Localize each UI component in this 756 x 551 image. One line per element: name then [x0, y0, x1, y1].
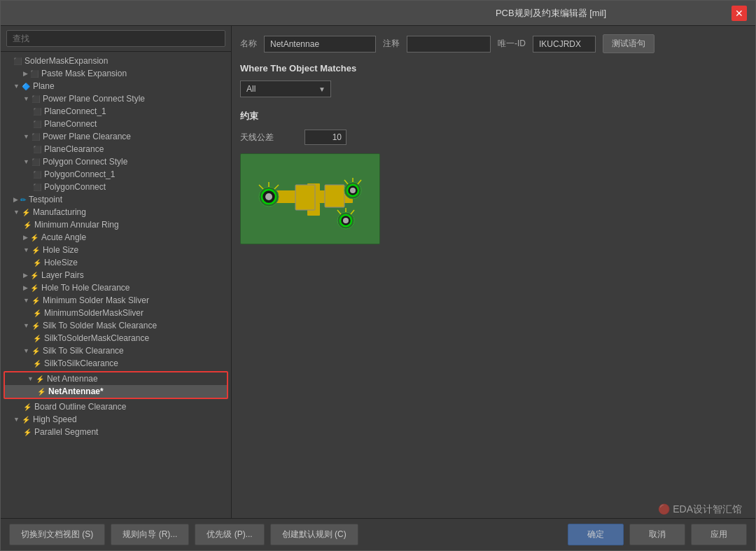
tree-label: PlaneClearance — [44, 144, 104, 154]
uid-label: 唯一-ID — [498, 38, 526, 50]
tree-item-manufacturing[interactable]: ▼ ⚡ Manufacturing — [1, 206, 231, 218]
tree-item-high-speed[interactable]: ▼ ⚡ High Speed — [1, 413, 231, 426]
tree-item-testpoint[interactable]: ▶ ✏ Testpoint — [1, 193, 231, 206]
left-panel: ⬛ SolderMaskExpansion ▶ ⬛ Paste Mask Exp… — [1, 26, 232, 518]
tree-item-min-annular[interactable]: ⚡ Minimum Annular Ring — [1, 218, 231, 231]
tree-item-solder-mask[interactable]: ⬛ SolderMaskExpansion — [1, 55, 231, 67]
tree-item-silk-silk-leaf[interactable]: ⚡ SilkToSilkClearance — [1, 357, 231, 370]
tree-item-parallel-segment[interactable]: ⚡ Parallel Segment — [1, 426, 231, 438]
rule-icon: ⬛ — [30, 70, 38, 78]
tree-label: Paste Mask Expansion — [41, 69, 127, 78]
constraints-section: 约束 天线公差 — [240, 110, 747, 244]
tree-item-silk-solder[interactable]: ▼ ⚡ Silk To Solder Mask Clearance — [1, 319, 231, 332]
switch-doc-view-button[interactable]: 切换到文档视图 (S) — [9, 524, 105, 545]
tree-label: HoleSize — [44, 258, 78, 267]
tree-item-polygon-connect[interactable]: ▼ ⬛ Polygon Connect Style — [1, 155, 231, 168]
tree-label: Parallel Segment — [34, 427, 98, 437]
svg-point-11 — [350, 188, 356, 193]
tree-label: Polygon Connect Style — [43, 157, 127, 167]
tree-label: PlaneConnect — [44, 119, 97, 129]
rule-icon: ⚡ — [33, 259, 41, 267]
confirm-button[interactable]: 确定 — [568, 524, 624, 545]
search-input[interactable] — [6, 30, 225, 47]
tree-label: Acute Angle — [41, 232, 86, 242]
tree-item-min-solder-sliver[interactable]: ▼ ⚡ Minimum Solder Mask Sliver — [1, 294, 231, 307]
tree-item-silk-silk[interactable]: ▼ ⚡ Silk To Silk Clearance — [1, 344, 231, 357]
arrow-icon: ▼ — [23, 95, 29, 102]
tree-item-layer-pairs[interactable]: ▶ ⚡ Layer Pairs — [1, 269, 231, 281]
priority-button[interactable]: 优先级 (P)... — [195, 524, 264, 545]
apply-button[interactable]: 应用 — [691, 524, 747, 545]
tree-item-pp-connect[interactable]: ▼ ⬛ Power Plane Connect Style — [1, 92, 231, 105]
rule-icon: ⚡ — [23, 221, 31, 229]
tree-label: Layer Pairs — [41, 270, 84, 280]
rule-icon: ⚡ — [30, 234, 38, 242]
tree-item-polygon[interactable]: ⬛ PolygonConnect — [1, 181, 231, 193]
tree-label: SilkToSilkClearance — [44, 358, 118, 368]
antenna-value[interactable] — [304, 130, 346, 145]
tree-label: Silk To Solder Mask Clearance — [43, 321, 157, 330]
search-bar — [1, 26, 231, 52]
antenna-label: 天线公差 — [240, 132, 296, 144]
tree-item-silk-solder-leaf[interactable]: ⚡ SilkToSolderMaskClearance — [1, 332, 231, 344]
name-label: 名称 — [240, 38, 257, 50]
svg-point-8 — [265, 193, 272, 200]
pcb-svg — [241, 154, 380, 244]
tree-item-min-solder-leaf[interactable]: ⚡ MinimumSolderMaskSliver — [1, 307, 231, 319]
tree-item-board-outline[interactable]: ⚡ Board Outline Clearance — [1, 400, 231, 413]
right-panel: 名称 注释 唯一-ID 测试语句 Where The Object Matche… — [232, 26, 755, 518]
rule-header: 名称 注释 唯一-ID 测试语句 — [240, 34, 747, 53]
tree-label: High Speed — [33, 414, 77, 424]
folder-icon: ✏ — [20, 196, 26, 204]
rule-wizard-button[interactable]: 规则向导 (R)... — [111, 524, 189, 545]
tree-item-acute-angle[interactable]: ▶ ⚡ Acute Angle — [1, 231, 231, 244]
create-default-rule-button[interactable]: 创建默认规则 (C) — [270, 524, 358, 545]
tree-item-plane[interactable]: ▼ 🔷 Plane — [1, 80, 231, 92]
uid-input[interactable] — [533, 36, 596, 53]
tree-label: PlaneConnect_1 — [44, 106, 106, 116]
tree-item-plane-clearance[interactable]: ⬛ PlaneClearance — [1, 143, 231, 155]
tree-item-net-antennae-leaf[interactable]: ⚡ NetAntennae* — [5, 385, 227, 398]
tree-label: Hole Size — [43, 245, 78, 255]
tree-item-paste-mask[interactable]: ▶ ⬛ Paste Mask Expansion — [1, 67, 231, 80]
rule-icon: ⬛ — [33, 108, 41, 116]
tree-item-hole-to-hole[interactable]: ▶ ⚡ Hole To Hole Clearance — [1, 281, 231, 294]
tree-label: Power Plane Connect Style — [43, 94, 145, 104]
tree-item-hole-size[interactable]: ▼ ⚡ Hole Size — [1, 244, 231, 256]
tree-label: SolderMaskExpansion — [24, 56, 108, 66]
arrow-icon: ▼ — [13, 83, 20, 90]
tree-item-plane-connect[interactable]: ⬛ PlaneConnect — [1, 118, 231, 130]
folder-icon: 🔷 — [22, 83, 30, 90]
arrow-icon: ▼ — [23, 322, 29, 329]
rule-icon: ⚡ — [33, 335, 41, 342]
tree-item-pp-clearance[interactable]: ▼ ⬛ Power Plane Clearance — [1, 130, 231, 143]
rule-icon: ⚡ — [36, 375, 44, 383]
tree-label: Net Antennae — [47, 374, 98, 384]
test-button[interactable]: 测试语句 — [603, 34, 654, 53]
window-title: PCB规则及约束编辑器 [mil] — [370, 7, 732, 20]
tree-label: Power Plane Clearance — [43, 132, 131, 141]
arrow-icon: ▶ — [23, 70, 28, 77]
arrow-icon: ▼ — [13, 416, 20, 423]
cancel-button[interactable]: 取消 — [629, 524, 685, 545]
arrow-icon: ▼ — [23, 297, 29, 304]
rule-icon: ⚡ — [31, 347, 40, 355]
tree-item-polygon-1[interactable]: ⬛ PolygonConnect_1 — [1, 168, 231, 181]
tree-item-net-antennae[interactable]: ▼ ⚡ Net Antennae — [5, 372, 227, 385]
bottom-right-buttons: 确定 取消 应用 — [568, 524, 747, 545]
name-input[interactable] — [264, 36, 376, 53]
where-matches-title: Where The Object Matches — [240, 63, 747, 74]
rule-icon: ⬛ — [31, 133, 40, 141]
folder-icon: ⚡ — [22, 209, 30, 216]
rule-icon: ⬛ — [31, 95, 40, 103]
arrow-icon: ▼ — [23, 347, 29, 354]
match-dropdown[interactable]: All Net NetClass Layer Component — [240, 81, 331, 97]
close-button[interactable]: ✕ — [732, 6, 747, 21]
main-content: ⬛ SolderMaskExpansion ▶ ⬛ Paste Mask Exp… — [1, 26, 755, 518]
rule-icon: ⚡ — [33, 360, 41, 368]
comment-input[interactable] — [407, 36, 491, 53]
main-window: PCB规则及约束编辑器 [mil] ✕ ⬛ SolderMaskExpansio… — [0, 0, 756, 551]
tree-item-plane-connect-1[interactable]: ⬛ PlaneConnect_1 — [1, 105, 231, 118]
tree-item-holesize-leaf[interactable]: ⚡ HoleSize — [1, 256, 231, 269]
tree-label: SilkToSolderMaskClearance — [44, 333, 149, 343]
